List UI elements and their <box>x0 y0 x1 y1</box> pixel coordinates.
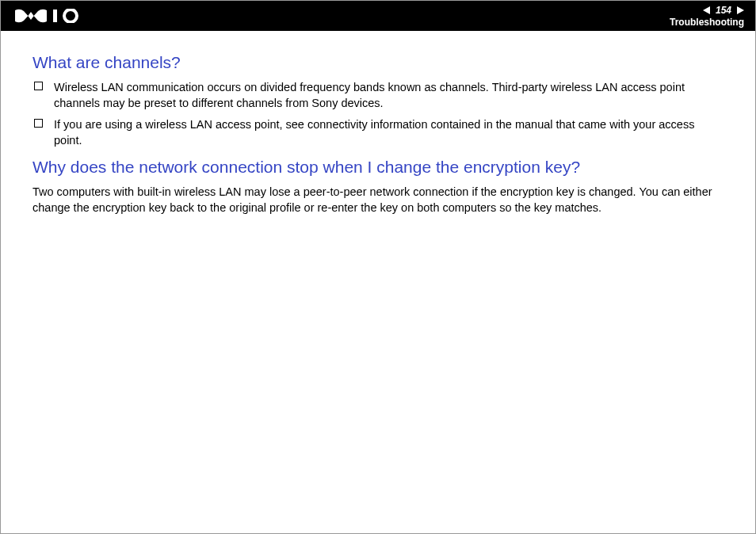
vaio-logo <box>15 9 88 23</box>
svg-rect-0 <box>53 10 57 22</box>
page-number: 154 <box>713 5 734 16</box>
paragraph-encryption: Two computers with built-in wireless LAN… <box>32 185 724 216</box>
page-header: 154 Troubleshooting <box>1 1 755 31</box>
heading-encryption: Why does the network connection stop whe… <box>32 158 724 177</box>
list-item: If you are using a wireless LAN access p… <box>32 117 724 148</box>
prev-page-icon[interactable] <box>703 6 710 14</box>
list-item-text: If you are using a wireless LAN access p… <box>54 117 724 148</box>
bullet-icon <box>34 119 43 128</box>
bullet-icon <box>34 82 43 90</box>
svg-point-1 <box>64 10 77 22</box>
channels-list: Wireless LAN communication occurs on div… <box>32 80 724 148</box>
page-navigation: 154 <box>703 5 744 16</box>
section-label: Troubleshooting <box>670 17 744 28</box>
list-item-text: Wireless LAN communication occurs on div… <box>54 80 724 111</box>
next-page-icon[interactable] <box>737 6 744 14</box>
header-right: 154 Troubleshooting <box>670 5 744 28</box>
page-content: What are channels? Wireless LAN communic… <box>1 31 755 216</box>
list-item: Wireless LAN communication occurs on div… <box>32 80 724 111</box>
heading-channels: What are channels? <box>32 53 724 72</box>
